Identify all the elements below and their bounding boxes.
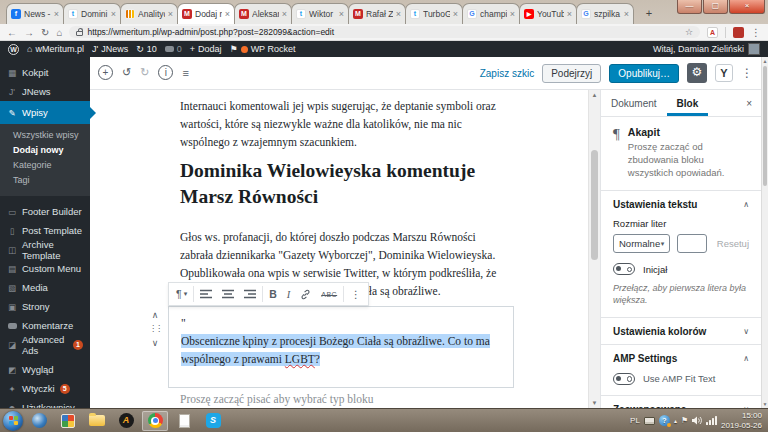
taskbar-app-paint[interactable] (55, 411, 81, 431)
language-indicator[interactable]: PL (630, 416, 640, 425)
reset-button[interactable]: Resetuj (717, 238, 749, 249)
sidebar-item-jnews[interactable]: J' JNews (0, 82, 90, 101)
sidebar-item-kategorie[interactable]: Kategorie (0, 158, 90, 173)
tab-close-icon[interactable]: × (54, 10, 59, 19)
wordpress-logo-icon[interactable]: W (8, 44, 19, 55)
browser-tab-news[interactable]: f News - × (6, 3, 64, 24)
scroll-up-icon[interactable]: ▲ (762, 58, 768, 64)
sidebar-item-custom-menu[interactable]: ▤ Custom Menu (0, 259, 90, 278)
tab-close-icon[interactable]: × (453, 10, 458, 19)
scrollbar-thumb[interactable] (591, 150, 598, 260)
editor-scrollbar[interactable]: ▲ ▼ (588, 90, 600, 408)
volume-icon[interactable] (692, 416, 702, 425)
redo-icon[interactable]: ↻ (140, 66, 149, 79)
address-bar[interactable]: https://wmeritum.pl/wp-admin/post.php?po… (69, 26, 700, 38)
forward-icon[interactable]: → (24, 27, 34, 38)
tab-close-icon[interactable]: × (624, 10, 629, 19)
post-heading[interactable]: Dominika Wielowieyska komentuje Marsz Ró… (180, 158, 510, 210)
tab-close-icon[interactable]: × (567, 10, 572, 19)
sidebar-item-advanced-ads[interactable]: ◪ Advanced Ads 1 (0, 335, 90, 354)
sidebar-item-strony[interactable]: ▣ Strony (0, 297, 90, 316)
browser-tab-twitter-2[interactable]: t Wiktor × (291, 3, 349, 24)
save-draft-button[interactable]: Zapisz szkic (480, 68, 534, 79)
sidebar-item-archive-template[interactable]: ◫ Archive Template (0, 240, 90, 259)
move-up-icon[interactable]: ∧ (146, 308, 164, 322)
home-icon[interactable]: ⌂ (56, 27, 62, 38)
sidebar-item-tagi[interactable]: Tagi (0, 173, 90, 188)
section-color-settings[interactable]: Ustawienia kolorów ∨ (601, 317, 761, 344)
browser-menu-icon[interactable]: ⋮ (751, 27, 761, 38)
sidebar-item-wszystkie-wpisy[interactable]: Wszystkie wpisy (0, 128, 90, 143)
section-amp-settings[interactable]: AMP Settings ∧ (601, 344, 761, 371)
sidebar-item-footer-builder[interactable]: ▭ Footer Builder (0, 202, 90, 221)
sidebar-item-media[interactable]: ▧ Media (0, 278, 90, 297)
taskbar-app-notepad[interactable] (171, 411, 197, 431)
align-left-button[interactable] (195, 283, 217, 305)
sidebar-item-kokpit[interactable]: ▦ Kokpit (0, 63, 90, 82)
editor-canvas[interactable]: Internauci komentowali jej wpis sugerują… (90, 90, 588, 408)
taskbar-app-skype[interactable]: S (200, 411, 226, 431)
tab-close-icon[interactable]: × (225, 10, 230, 19)
network-icon[interactable] (706, 416, 717, 425)
tab-blok[interactable]: Blok (667, 90, 709, 116)
align-right-button[interactable] (239, 283, 261, 305)
italic-button[interactable]: I (282, 283, 296, 305)
window-close-button[interactable]: × (729, 0, 765, 14)
scrollbar-thumb[interactable] (763, 66, 767, 186)
scroll-down-icon[interactable]: ▼ (762, 401, 768, 407)
paragraph-type-button[interactable]: ¶ ▾ (171, 283, 192, 305)
drop-cap-toggle[interactable] (613, 263, 635, 275)
back-icon[interactable]: ← (7, 27, 17, 38)
help-icon[interactable]: ? (659, 415, 670, 426)
taskbar-app-chrome[interactable] (142, 411, 168, 431)
taskbar-clock[interactable]: 15:00 2019-05-26 (721, 411, 762, 431)
keyboard-icon[interactable] (644, 417, 655, 425)
tab-close-icon[interactable]: × (510, 10, 515, 19)
yoast-icon[interactable]: Y (715, 64, 733, 82)
bookmark-star-icon[interactable]: ☆ (685, 27, 693, 37)
sidebar-item-post-template[interactable]: ▯ Post Template (0, 221, 90, 240)
font-size-select[interactable]: Normalne ▾ (613, 234, 670, 253)
tab-close-icon[interactable]: × (168, 10, 173, 19)
tab-close-icon[interactable]: × (396, 10, 401, 19)
sidebar-item-wtyczki[interactable]: ✦ Wtyczki 5 (0, 379, 90, 398)
outline-icon[interactable]: ≡ (182, 67, 188, 79)
admin-bar-comments[interactable]: 0 (165, 44, 182, 54)
amp-fit-text-toggle[interactable] (613, 373, 635, 385)
move-down-icon[interactable]: ∨ (146, 336, 164, 350)
taskbar-app-aimp[interactable]: A (113, 411, 139, 431)
tab-close-icon[interactable]: × (282, 10, 287, 19)
admin-bar-wp-rocket[interactable]: ⚑ WP Rocket (230, 44, 296, 54)
align-center-button[interactable] (217, 283, 239, 305)
browser-tab-twitter-3[interactable]: t TurboG × (405, 3, 463, 24)
admin-bar-account[interactable]: Witaj, Damian Zieliński (653, 43, 760, 55)
selected-text[interactable]: Obsceniczne kpiny z procesji Bożego Ciał… (181, 334, 490, 366)
admin-bar-jnews[interactable]: J' JNews (92, 44, 128, 54)
tab-close-icon[interactable]: × (339, 10, 344, 19)
selected-text[interactable]: ? (315, 352, 320, 366)
sidebar-item-komentarze[interactable]: Komentarze (0, 316, 90, 335)
post-paragraph[interactable]: Internauci komentowali jej wpis sugerują… (180, 97, 502, 151)
page-scrollbar[interactable]: ▲ ▼ (761, 57, 768, 408)
tab-dokument[interactable]: Dokument (601, 90, 667, 116)
browser-tab-rafal[interactable]: M Rafał Zi × (348, 3, 406, 24)
preview-button[interactable]: Podejrzyj (542, 64, 601, 83)
misspelled-word[interactable]: LGBT (285, 352, 315, 366)
admin-bar-site-link[interactable]: ⌂ wMeritum.pl (27, 44, 84, 54)
browser-tab-active-dodaj[interactable]: M Dodaj n × (177, 3, 235, 24)
close-panel-icon[interactable]: × (737, 90, 761, 116)
window-minimize-button[interactable]: — (677, 0, 702, 14)
browser-tab-aleksan[interactable]: M Aleksan × (234, 3, 292, 24)
more-options-icon[interactable]: ⋮ (741, 66, 753, 80)
scroll-down-icon[interactable]: ▼ (589, 400, 600, 406)
drag-handle-icon[interactable]: ⋮⋮ (146, 322, 164, 336)
strikethrough-button[interactable]: ABC (316, 283, 342, 305)
url-text[interactable]: https://wmeritum.pl/wp-admin/post.php?po… (87, 27, 680, 37)
pdf-extension-icon[interactable]: A (707, 27, 718, 38)
settings-gear-icon[interactable]: ⚙ (687, 63, 707, 83)
window-maximize-button[interactable]: ▢ (703, 0, 728, 14)
publish-button[interactable]: Opublikuj… (609, 64, 679, 83)
browser-tab-youtube[interactable]: ▶ YouTub × (519, 3, 577, 24)
link-button[interactable] (295, 283, 316, 305)
info-icon[interactable]: i (158, 65, 173, 80)
